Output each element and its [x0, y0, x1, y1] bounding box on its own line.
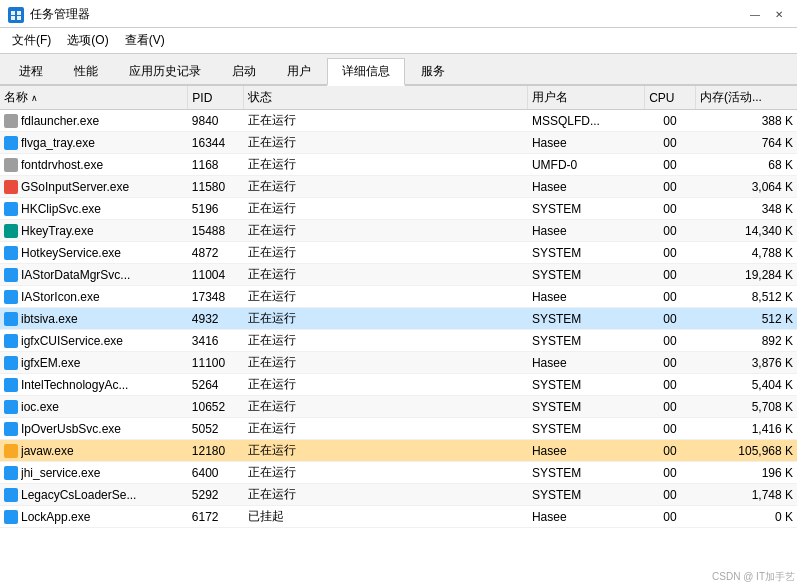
table-row[interactable]: igfxCUIService.exe3416正在运行SYSTEM00892 K — [0, 330, 797, 352]
menu-item[interactable]: 选项(O) — [59, 30, 116, 51]
cell-user: SYSTEM — [528, 374, 645, 396]
cell-user: SYSTEM — [528, 462, 645, 484]
menu-item[interactable]: 文件(F) — [4, 30, 59, 51]
tab-服务[interactable]: 服务 — [406, 58, 460, 84]
cell-name: javaw.exe — [0, 440, 188, 462]
tab-性能[interactable]: 性能 — [59, 58, 113, 84]
proc-name: GSoInputServer.exe — [21, 180, 129, 194]
menu-item[interactable]: 查看(V) — [117, 30, 173, 51]
col-header-pid[interactable]: PID — [188, 86, 244, 110]
tab-用户[interactable]: 用户 — [272, 58, 326, 84]
tab-进程[interactable]: 进程 — [4, 58, 58, 84]
cell-pid: 5264 — [188, 374, 244, 396]
proc-icon — [4, 510, 18, 524]
cell-user: Hasee — [528, 176, 645, 198]
cell-pid: 16344 — [188, 132, 244, 154]
cell-mem: 105,968 K — [695, 440, 797, 462]
col-header-cpu[interactable]: CPU — [645, 86, 696, 110]
title-bar: 任务管理器 — ✕ — [0, 0, 797, 28]
table-row[interactable]: IAStorIcon.exe17348正在运行Hasee008,512 K — [0, 286, 797, 308]
table-row[interactable]: GSoInputServer.exe11580正在运行Hasee003,064 … — [0, 176, 797, 198]
cell-cpu: 00 — [645, 374, 696, 396]
svg-rect-3 — [11, 16, 15, 20]
cell-mem: 3,876 K — [695, 352, 797, 374]
table-row[interactable]: HKClipSvc.exe5196正在运行SYSTEM00348 K — [0, 198, 797, 220]
cell-mem: 4,788 K — [695, 242, 797, 264]
cell-cpu: 00 — [645, 308, 696, 330]
proc-name: IntelTechnologyAc... — [21, 378, 128, 392]
col-header-status[interactable]: 状态 — [244, 86, 528, 110]
cell-cpu: 00 — [645, 154, 696, 176]
proc-name: javaw.exe — [21, 444, 74, 458]
cell-pid: 3416 — [188, 330, 244, 352]
table-row[interactable]: IntelTechnologyAc...5264正在运行SYSTEM005,40… — [0, 374, 797, 396]
proc-name: LegacyCsLoaderSe... — [21, 488, 136, 502]
cell-status: 正在运行 — [244, 330, 528, 352]
cell-user: Hasee — [528, 132, 645, 154]
tab-启动[interactable]: 启动 — [217, 58, 271, 84]
table-wrapper[interactable]: 名称 ∧ PID 状态 用户名 CPU 内存(活动... fdlauncher.… — [0, 86, 797, 564]
proc-name: HotkeyService.exe — [21, 246, 121, 260]
table-row[interactable]: fontdrvhost.exe1168正在运行UMFD-00068 K — [0, 154, 797, 176]
proc-name: jhi_service.exe — [21, 466, 100, 480]
proc-name: fontdrvhost.exe — [21, 158, 103, 172]
cell-cpu: 00 — [645, 242, 696, 264]
cell-cpu: 00 — [645, 286, 696, 308]
cell-mem: 1,416 K — [695, 418, 797, 440]
cell-user: UMFD-0 — [528, 154, 645, 176]
proc-icon — [4, 444, 18, 458]
cell-status: 正在运行 — [244, 484, 528, 506]
cell-user: SYSTEM — [528, 330, 645, 352]
table-row[interactable]: HotkeyService.exe4872正在运行SYSTEM004,788 K — [0, 242, 797, 264]
table-row[interactable]: HkeyTray.exe15488正在运行Hasee0014,340 K — [0, 220, 797, 242]
cell-cpu: 00 — [645, 132, 696, 154]
cell-status: 正在运行 — [244, 154, 528, 176]
cell-mem: 1,748 K — [695, 484, 797, 506]
table-row[interactable]: ibtsiva.exe4932正在运行SYSTEM00512 K — [0, 308, 797, 330]
cell-cpu: 00 — [645, 506, 696, 528]
table-row[interactable]: igfxEM.exe11100正在运行Hasee003,876 K — [0, 352, 797, 374]
cell-name: HotkeyService.exe — [0, 242, 188, 264]
proc-name: LockApp.exe — [21, 510, 90, 524]
col-header-name[interactable]: 名称 ∧ — [0, 86, 188, 110]
table-row[interactable]: javaw.exe12180正在运行Hasee00105,968 K — [0, 440, 797, 462]
proc-icon — [4, 466, 18, 480]
task-manager-app-icon — [8, 7, 24, 23]
cell-user: Hasee — [528, 286, 645, 308]
close-button[interactable]: ✕ — [769, 7, 789, 23]
cell-name: IAStorIcon.exe — [0, 286, 188, 308]
cell-pid: 4932 — [188, 308, 244, 330]
table-row[interactable]: fdlauncher.exe9840正在运行MSSQLFD...00388 K — [0, 110, 797, 132]
cell-pid: 17348 — [188, 286, 244, 308]
watermark: CSDN @ IT加手艺 — [712, 570, 795, 584]
cell-pid: 11100 — [188, 352, 244, 374]
table-row[interactable]: LockApp.exe6172已挂起Hasee000 K — [0, 506, 797, 528]
col-header-mem[interactable]: 内存(活动... — [695, 86, 797, 110]
cell-user: SYSTEM — [528, 264, 645, 286]
proc-icon — [4, 180, 18, 194]
cell-pid: 4872 — [188, 242, 244, 264]
cell-cpu: 00 — [645, 176, 696, 198]
table-row[interactable]: IAStorDataMgrSvc...11004正在运行SYSTEM0019,2… — [0, 264, 797, 286]
proc-icon — [4, 400, 18, 414]
cell-mem: 14,340 K — [695, 220, 797, 242]
proc-name: IAStorDataMgrSvc... — [21, 268, 130, 282]
col-header-user[interactable]: 用户名 — [528, 86, 645, 110]
proc-icon — [4, 136, 18, 150]
cell-status: 正在运行 — [244, 308, 528, 330]
minimize-button[interactable]: — — [745, 7, 765, 23]
cell-name: LegacyCsLoaderSe... — [0, 484, 188, 506]
cell-name: HkeyTray.exe — [0, 220, 188, 242]
table-row[interactable]: flvga_tray.exe16344正在运行Hasee00764 K — [0, 132, 797, 154]
cell-name: ibtsiva.exe — [0, 308, 188, 330]
menu-bar: 文件(F)选项(O)查看(V) — [0, 28, 797, 54]
tab-详细信息[interactable]: 详细信息 — [327, 58, 405, 86]
table-row[interactable]: ioc.exe10652正在运行SYSTEM005,708 K — [0, 396, 797, 418]
cell-name: IntelTechnologyAc... — [0, 374, 188, 396]
table-row[interactable]: IpOverUsbSvc.exe5052正在运行SYSTEM001,416 K — [0, 418, 797, 440]
tab-应用历史记录[interactable]: 应用历史记录 — [114, 58, 216, 84]
table-header: 名称 ∧ PID 状态 用户名 CPU 内存(活动... — [0, 86, 797, 110]
table-row[interactable]: LegacyCsLoaderSe...5292正在运行SYSTEM001,748… — [0, 484, 797, 506]
table-row[interactable]: jhi_service.exe6400正在运行SYSTEM00196 K — [0, 462, 797, 484]
cell-mem: 348 K — [695, 198, 797, 220]
